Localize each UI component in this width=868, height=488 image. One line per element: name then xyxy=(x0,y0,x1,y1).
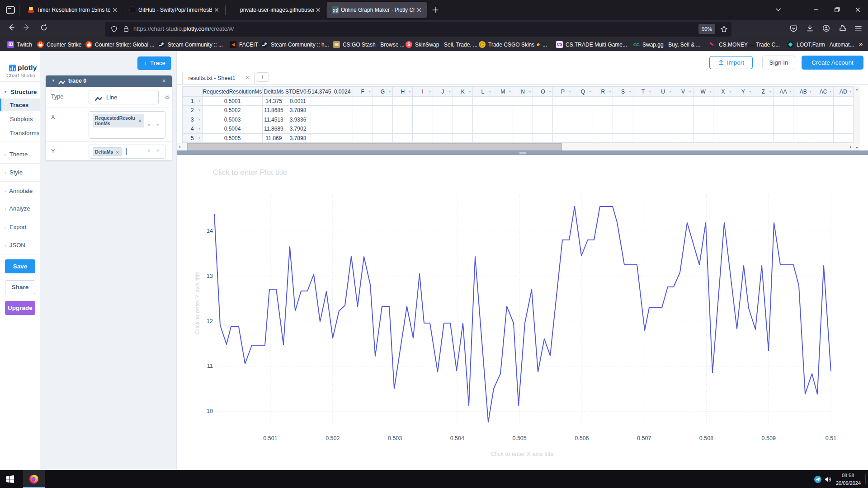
svg-text:11: 11 xyxy=(207,363,213,369)
svg-text:0.501: 0.501 xyxy=(263,435,277,441)
svg-text:0.504: 0.504 xyxy=(450,435,464,441)
svg-text:Click to enter Plot title: Click to enter Plot title xyxy=(213,168,287,177)
svg-text:0.508: 0.508 xyxy=(699,435,713,441)
svg-text:12: 12 xyxy=(207,318,213,324)
svg-text:Click to enter X axis title: Click to enter X axis title xyxy=(491,450,554,457)
svg-text:0.506: 0.506 xyxy=(575,435,589,441)
svg-text:0.505: 0.505 xyxy=(512,435,526,441)
svg-text:0.509: 0.509 xyxy=(762,435,776,441)
svg-text:0.507: 0.507 xyxy=(637,435,651,441)
svg-text:14: 14 xyxy=(207,228,213,234)
svg-text:0.51: 0.51 xyxy=(826,435,836,441)
svg-text:0.503: 0.503 xyxy=(388,435,402,441)
svg-text:10: 10 xyxy=(207,408,213,414)
svg-text:0.502: 0.502 xyxy=(326,435,340,441)
svg-text:13: 13 xyxy=(207,273,213,279)
svg-text:Click to enter Y axis title: Click to enter Y axis title xyxy=(194,272,201,334)
